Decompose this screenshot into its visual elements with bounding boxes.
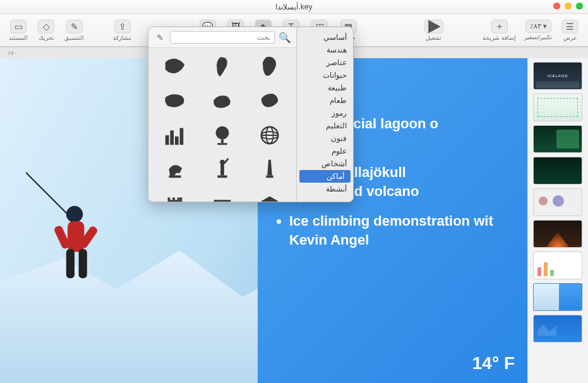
shape-castle-icon[interactable] (155, 191, 195, 202)
climber-graphic (5, 166, 144, 305)
shape-equestrian-statue-icon[interactable] (155, 157, 195, 182)
category-item[interactable]: رموز (297, 107, 353, 119)
slide-navigator[interactable]: ICELAND (527, 58, 588, 383)
slide-thumbnail[interactable] (533, 315, 582, 343)
shape-panel: 🔍 ✎ (148, 27, 296, 202)
view-icon: ☰ (561, 20, 578, 33)
minimize-icon[interactable] (565, 3, 572, 9)
search-icon: 🔍 (279, 32, 291, 44)
window-controls (553, 3, 583, 9)
category-item[interactable]: التعليم (297, 119, 353, 132)
shape-asia-icon[interactable] (155, 54, 195, 80)
svg-rect-35 (167, 198, 170, 200)
slide-thumbnail[interactable] (533, 125, 582, 153)
category-item[interactable]: أشخاص (297, 157, 353, 170)
shape-grid[interactable] (148, 48, 296, 202)
slide-thumbnail[interactable] (533, 94, 582, 121)
svg-rect-13 (217, 143, 227, 145)
svg-point-11 (216, 126, 229, 140)
shape-temple-icon[interactable] (202, 191, 242, 202)
shape-australia-icon[interactable] (202, 88, 242, 114)
svg-rect-19 (220, 164, 224, 176)
format-button[interactable]: ✎ التنسيق (62, 18, 87, 42)
category-item[interactable]: عناصر (297, 56, 353, 69)
category-item[interactable]: فنون (297, 132, 353, 145)
svg-rect-12 (221, 140, 224, 143)
svg-rect-2 (68, 221, 84, 252)
share-icon: ⇪ (114, 20, 131, 33)
category-item[interactable]: علوم (297, 145, 353, 157)
shape-category-list[interactable]: أساسي هندسة عناصر حيوانات طبيعة طعام رمو… (296, 27, 353, 202)
document-icon: ▭ (10, 20, 27, 33)
svg-line-21 (224, 159, 229, 164)
shape-statue-liberty-icon[interactable] (202, 157, 242, 182)
category-item[interactable]: هندسة (297, 44, 353, 56)
slide-thumbnail[interactable] (533, 188, 582, 216)
share-button[interactable]: ⇪ مشاركة (111, 18, 135, 42)
format-icon: ✎ (66, 20, 83, 33)
ruler-tick: ۱۷۰۰ (8, 50, 20, 56)
category-item[interactable]: أماكن (299, 170, 351, 183)
slide-thumbnail[interactable] (533, 157, 582, 185)
shapes-popover: أساسي هندسة عناصر حيوانات طبيعة طعام رمو… (148, 27, 354, 202)
category-item[interactable]: طعام (297, 94, 353, 107)
category-item[interactable]: أنشطة (297, 183, 353, 195)
close-icon[interactable] (553, 3, 560, 9)
svg-rect-15 (170, 130, 174, 145)
add-slide-button[interactable]: ＋ إضافة شريحة (480, 18, 519, 42)
animate-button[interactable]: ◇ تحريك (34, 18, 58, 42)
svg-rect-17 (179, 128, 183, 145)
chevron-down-icon: ▾ (543, 22, 547, 30)
search-row: 🔍 ✎ (148, 27, 296, 48)
svg-rect-18 (267, 176, 273, 178)
zoom-control[interactable]: ٪٨٣▾ تكبير/تصغير (522, 20, 554, 40)
svg-rect-16 (175, 137, 179, 145)
svg-point-1 (66, 206, 83, 222)
window-title: آیسلاندا.key (275, 3, 312, 11)
svg-rect-23 (169, 176, 181, 178)
shape-africa-icon[interactable] (250, 54, 290, 80)
temperature-label[interactable]: 14° F (472, 351, 515, 375)
svg-rect-14 (165, 135, 169, 145)
slide-thumbnail[interactable] (533, 283, 582, 311)
slide-thumbnail[interactable]: ICELAND (533, 62, 582, 90)
svg-rect-22 (217, 176, 227, 178)
animate-icon: ◇ (38, 20, 54, 33)
shape-search-input[interactable] (170, 31, 275, 44)
document-button[interactable]: ▭ المستند (6, 18, 30, 42)
slide-thumbnail[interactable] (533, 252, 582, 279)
shape-europe-icon[interactable] (250, 88, 290, 114)
slide-thumbnail[interactable] (533, 220, 582, 248)
ruler-tick: ۰ (577, 50, 580, 56)
svg-rect-3 (66, 249, 75, 278)
bullet-item[interactable]: Ice climbing demonstration wit Kevin Ang… (289, 212, 515, 249)
svg-rect-34 (167, 200, 182, 202)
shape-south-america-icon[interactable] (202, 54, 242, 80)
plus-icon: ＋ (491, 20, 508, 33)
view-button[interactable]: ☰ عرض (558, 18, 582, 42)
svg-rect-38 (179, 198, 182, 200)
titlebar: آیسلاندا.key (0, 0, 588, 14)
category-item[interactable]: حيوانات (297, 69, 353, 82)
edit-icon[interactable]: ✎ (153, 33, 166, 42)
category-item[interactable]: أساسي (297, 31, 353, 44)
svg-rect-28 (214, 200, 231, 202)
category-item[interactable]: طبيعة (297, 82, 353, 94)
maximize-icon[interactable] (576, 3, 583, 9)
svg-rect-36 (172, 198, 175, 200)
shape-globe-stand-icon[interactable] (202, 123, 242, 148)
play-icon (424, 20, 443, 33)
svg-rect-37 (177, 198, 179, 200)
shape-skyline-icon[interactable] (155, 123, 195, 148)
shape-globe-grid-icon[interactable] (250, 123, 290, 148)
shape-usa-icon[interactable] (155, 88, 195, 114)
play-button[interactable]: تشغيل (422, 18, 446, 42)
shape-pantheon-icon[interactable] (250, 191, 290, 202)
svg-rect-4 (79, 249, 87, 278)
shape-obelisk-icon[interactable] (250, 157, 290, 182)
